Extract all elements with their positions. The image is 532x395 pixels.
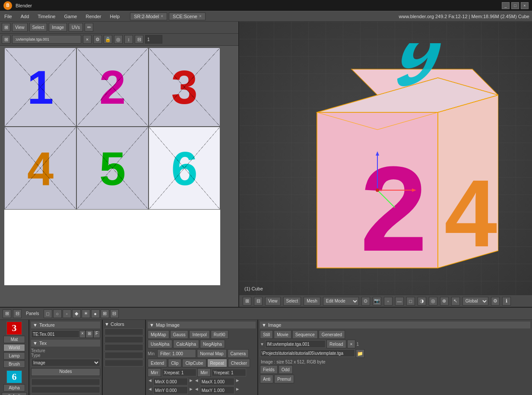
interpol-btn[interactable]: Interpol: [189, 330, 209, 339]
vp-select-btn[interactable]: Select: [283, 297, 301, 306]
lamp-button[interactable]: Lamp: [3, 352, 25, 360]
minimize-button[interactable]: _: [502, 2, 510, 9]
vp-face-icon[interactable]: □: [406, 297, 415, 306]
repeat-btn[interactable]: Repeat: [207, 359, 227, 367]
default-vars-button[interactable]: Default Vars: [2, 392, 27, 395]
texture-name-input[interactable]: [31, 330, 79, 338]
texture-f-btn[interactable]: F: [93, 330, 100, 338]
vp-cursor-icon[interactable]: ↖: [451, 297, 460, 306]
uv-settings-icon[interactable]: ⚙: [93, 35, 102, 44]
premul-btn[interactable]: Premul: [274, 375, 294, 383]
vp-icon2[interactable]: ⊟: [254, 297, 263, 306]
mat-button[interactable]: Mat: [3, 336, 25, 343]
maxy-arrow-right[interactable]: ►: [235, 386, 240, 394]
movie-btn[interactable]: Movie: [274, 330, 291, 339]
image-name-input[interactable]: [265, 340, 326, 348]
sequence-btn[interactable]: Sequence: [292, 330, 318, 339]
uv-lock-icon[interactable]: 🔒: [104, 35, 112, 44]
menu-game[interactable]: Game: [62, 13, 79, 20]
vp-mode-icon[interactable]: ⊞: [243, 297, 251, 306]
uv-filename-display[interactable]: :uvtemplate.tga.001: [12, 35, 81, 44]
maxx-arrow-left[interactable]: ◄: [194, 378, 199, 385]
vp-settings-icon[interactable]: ⚙: [491, 297, 500, 306]
still-btn[interactable]: Still: [260, 330, 273, 339]
extend-btn[interactable]: Extend: [148, 359, 167, 367]
vp-mesh-btn[interactable]: Mesh: [304, 297, 320, 306]
clipcube-btn[interactable]: ClipCube: [182, 359, 206, 367]
uv-frame-input[interactable]: [145, 35, 162, 44]
uv-channel-icon[interactable]: ⊟: [135, 35, 143, 44]
normalmap-btn[interactable]: Normal Map: [197, 349, 226, 358]
gauss-btn[interactable]: Gauss: [170, 330, 189, 339]
close-button[interactable]: ×: [521, 2, 529, 9]
menu-add[interactable]: Add: [19, 13, 31, 20]
miny-arrow-right[interactable]: ►: [189, 386, 193, 394]
tab-model[interactable]: SR:2-Model ×: [130, 13, 167, 20]
checker-btn[interactable]: Checker: [228, 359, 250, 367]
vp-orbit-icon[interactable]: ⊙: [361, 297, 370, 306]
mipmap-btn[interactable]: MipMap: [148, 330, 169, 339]
menu-help[interactable]: Help: [108, 13, 122, 20]
uv-image-menu[interactable]: Image: [49, 23, 67, 32]
minx-arrow-right[interactable]: ►: [189, 378, 193, 385]
reload-btn[interactable]: Reload: [326, 340, 346, 348]
menu-file[interactable]: File: [3, 13, 14, 20]
miny-arrow-left[interactable]: ◄: [148, 386, 152, 394]
image-path-input[interactable]: [260, 349, 355, 357]
uv-view-icon[interactable]: ⊞: [2, 23, 10, 32]
texture-x-btn[interactable]: ×: [79, 330, 86, 338]
miny-input[interactable]: [153, 386, 188, 394]
vp-shading-icon[interactable]: ◑: [418, 297, 426, 306]
vp-vertex-icon[interactable]: ◦: [384, 297, 393, 306]
camera-btn[interactable]: Camera: [228, 349, 249, 358]
uv-snap-icon[interactable]: ◎: [114, 35, 123, 44]
uv-select-menu[interactable]: Select: [29, 23, 48, 32]
brush-button[interactable]: Brush: [3, 360, 25, 368]
vp-prop-icon[interactable]: ◎: [429, 297, 437, 306]
min-arrow-left[interactable]: ◄: [148, 378, 152, 385]
panel-icon-4[interactable]: ◆: [72, 309, 81, 318]
tab-scene-close[interactable]: ×: [199, 14, 202, 19]
uv-paint-icon[interactable]: ✏: [85, 23, 93, 32]
usealpha-btn[interactable]: UseAlpha: [148, 340, 172, 348]
calcalpha-btn[interactable]: CalcAlpha: [173, 340, 199, 348]
vp-info-icon[interactable]: ℹ: [502, 297, 511, 306]
clip-btn[interactable]: Clip: [168, 359, 181, 367]
mirr-btn1[interactable]: Mirr: [148, 368, 161, 377]
rot90-btn[interactable]: Rot90: [211, 330, 228, 339]
menu-timeline[interactable]: Timeline: [36, 13, 57, 20]
filter-btn[interactable]: Filter: 1.000: [157, 349, 196, 358]
image-browse-btn[interactable]: 📁: [356, 349, 364, 358]
maxy-input[interactable]: [200, 386, 234, 394]
panel-icon-6[interactable]: ●: [91, 309, 100, 318]
uv-view-menu[interactable]: View: [12, 23, 28, 32]
panel-icon-1[interactable]: □: [44, 309, 52, 318]
vp-edge-icon[interactable]: —: [395, 297, 404, 306]
panels-icon2[interactable]: ⊟: [13, 309, 22, 318]
generated-btn[interactable]: Generated: [319, 330, 345, 339]
maxx-arrow-right[interactable]: ►: [235, 378, 240, 385]
texture-add-btn[interactable]: ⊞: [86, 330, 93, 338]
mirr-btn2[interactable]: Mirr: [197, 368, 211, 377]
nodes-btn[interactable]: Nodes: [31, 368, 100, 376]
uv-uvs-menu[interactable]: UVs: [69, 23, 83, 32]
maximize-button[interactable]: □: [511, 2, 519, 9]
anti-btn[interactable]: Anti: [260, 375, 273, 383]
panel-icon-3[interactable]: ◦: [63, 309, 71, 318]
uv-sync-icon[interactable]: ↕: [124, 35, 133, 44]
texture-type-select[interactable]: Image Clouds Wood: [31, 359, 100, 366]
odd-btn[interactable]: Odd: [279, 365, 293, 374]
fields-btn[interactable]: Fields: [260, 365, 278, 374]
viewport-3d[interactable]: 2 9 4 (1) Cube ⊞ ⊟ View Sele: [239, 22, 532, 307]
tab-model-close[interactable]: ×: [161, 14, 163, 19]
uv-icon-small[interactable]: ⊞: [2, 35, 10, 44]
panel-icon-2[interactable]: ○: [53, 309, 62, 318]
panel-icon-8[interactable]: ⊟: [110, 309, 119, 318]
vp-pivot-select[interactable]: Global Local: [462, 297, 488, 306]
minx-input[interactable]: [153, 378, 188, 385]
panels-icon[interactable]: ⊞: [3, 309, 11, 318]
world-button[interactable]: World: [3, 344, 25, 351]
negalpha-btn[interactable]: NegAlpha: [200, 340, 225, 348]
uv-close-file[interactable]: ×: [83, 35, 92, 44]
menu-render[interactable]: Render: [84, 13, 103, 20]
